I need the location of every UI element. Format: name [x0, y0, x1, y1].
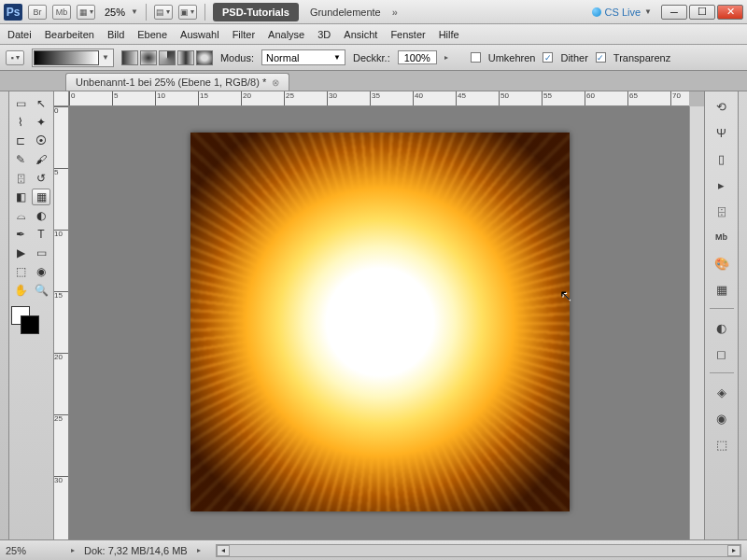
- status-flyout-icon[interactable]: ▸: [197, 546, 201, 554]
- menu-3d[interactable]: 3D: [317, 29, 331, 40]
- gradient-angle-button[interactable]: [159, 50, 176, 65]
- actions-panel-icon[interactable]: ▸: [712, 175, 732, 194]
- ruler-origin[interactable]: [54, 91, 69, 106]
- window-maximize-button[interactable]: ☐: [689, 5, 715, 20]
- color-panel-icon[interactable]: 🎨: [712, 254, 732, 273]
- canvas-area: 0510152025303540455055606570 05101520253…: [54, 91, 704, 539]
- gradient-radial-button[interactable]: [140, 50, 157, 65]
- dodge-tool[interactable]: ◐: [32, 207, 50, 224]
- channels-panel-icon[interactable]: ◉: [712, 409, 732, 427]
- arrange-docs-dropdown[interactable]: ▤: [154, 5, 173, 20]
- 3d-object-tool[interactable]: ⬚: [11, 263, 30, 280]
- blur-tool[interactable]: ⌓: [11, 207, 30, 224]
- background-color[interactable]: [21, 315, 39, 334]
- cs-live-button[interactable]: CS Live ▼: [592, 7, 652, 18]
- path-select-tool[interactable]: ▶: [11, 245, 30, 261]
- document-tab[interactable]: Unbenannt-1 bei 25% (Ebene 1, RGB/8) * ⊗: [65, 73, 289, 91]
- cs-live-icon: [592, 7, 601, 17]
- gradient-linear-button[interactable]: [121, 50, 138, 65]
- masks-panel-icon[interactable]: ◻: [712, 344, 732, 363]
- window-close-button[interactable]: ✕: [717, 5, 743, 20]
- chevron-down-icon[interactable]: ▼: [99, 53, 112, 62]
- move-tool[interactable]: ▭: [11, 95, 30, 112]
- left-dock-strip[interactable]: [0, 91, 9, 539]
- eraser-tool[interactable]: ◧: [11, 189, 30, 205]
- character-panel-icon[interactable]: Ψ: [712, 123, 732, 142]
- chevron-down-icon[interactable]: ▼: [131, 7, 138, 16]
- tool-preset-picker[interactable]: ▪: [6, 50, 24, 65]
- menu-bearbeiten[interactable]: Bearbeiten: [45, 29, 94, 40]
- layers-panel-icon[interactable]: ◈: [712, 383, 732, 401]
- clone-panel-icon[interactable]: ⌹: [712, 202, 732, 220]
- reverse-checkbox[interactable]: [471, 52, 481, 63]
- canvas-viewport[interactable]: ↖: [69, 106, 689, 539]
- wand-tool[interactable]: ✦: [32, 114, 50, 131]
- workspace-psd-tutorials-tab[interactable]: PSD-Tutorials: [213, 3, 299, 21]
- dither-label: Dither: [560, 52, 587, 63]
- scroll-right-button[interactable]: ▸: [727, 545, 740, 556]
- dither-checkbox[interactable]: ✓: [543, 52, 553, 63]
- status-doc-size[interactable]: Dok: 7,32 MB/14,6 MB: [84, 545, 188, 556]
- status-zoom[interactable]: 25%: [6, 545, 62, 556]
- menu-hilfe[interactable]: Hilfe: [439, 29, 459, 40]
- gradient-tool[interactable]: ▦: [32, 189, 50, 205]
- workspace-more-icon[interactable]: »: [392, 7, 398, 18]
- zoom-level[interactable]: 25%: [101, 6, 129, 19]
- blend-mode-value: Normal: [266, 52, 299, 63]
- transparency-checkbox[interactable]: ✓: [596, 52, 606, 63]
- opacity-label: Deckkr.:: [353, 52, 390, 63]
- close-icon[interactable]: ⊗: [272, 77, 279, 88]
- gradient-reflected-button[interactable]: [177, 50, 194, 65]
- scroll-left-button[interactable]: ◂: [217, 545, 230, 556]
- marquee-tool[interactable]: ↖: [32, 95, 50, 112]
- info-panel-icon[interactable]: ▯: [712, 149, 732, 168]
- menu-ebene[interactable]: Ebene: [137, 29, 167, 40]
- scrollbar-vertical[interactable]: [689, 106, 704, 539]
- adjustments-panel-icon[interactable]: ◐: [712, 318, 732, 337]
- document-canvas[interactable]: [190, 133, 570, 511]
- menu-auswahl[interactable]: Auswahl: [180, 29, 219, 40]
- history-panel-icon[interactable]: ⟲: [712, 97, 732, 116]
- stamp-tool[interactable]: ⌹: [11, 170, 30, 187]
- hand-tool[interactable]: ✋: [11, 282, 30, 299]
- paths-panel-icon[interactable]: ⬚: [712, 435, 732, 454]
- opacity-flyout-icon[interactable]: ▸: [444, 53, 448, 62]
- view-extras-dropdown[interactable]: ▦: [77, 5, 95, 20]
- minibridge-panel-icon[interactable]: Mb: [712, 228, 732, 246]
- pen-tool[interactable]: ✒: [11, 226, 30, 243]
- ruler-horizontal[interactable]: 0510152025303540455055606570: [69, 91, 689, 106]
- history-brush-tool[interactable]: ↺: [32, 170, 50, 187]
- patch-tool[interactable]: ✎: [11, 151, 30, 168]
- bridge-button[interactable]: Br: [28, 5, 47, 20]
- scrollbar-horizontal[interactable]: ◂ ▸: [216, 544, 741, 557]
- right-dock-strip[interactable]: [738, 91, 747, 539]
- opacity-input[interactable]: 100%: [398, 50, 437, 64]
- mode-label: Modus:: [220, 52, 254, 63]
- workspace-grundelemente-tab[interactable]: Grundelemente: [304, 3, 387, 21]
- menu-datei[interactable]: Datei: [7, 29, 32, 40]
- lasso-tool[interactable]: ⌇: [11, 114, 30, 131]
- shape-tool[interactable]: ▭: [32, 245, 50, 261]
- 3d-camera-tool[interactable]: ◉: [32, 263, 50, 280]
- ruler-vertical[interactable]: 051015202530: [54, 106, 69, 539]
- brush-tool[interactable]: 🖌: [32, 151, 50, 168]
- menu-ansicht[interactable]: Ansicht: [344, 29, 377, 40]
- status-flyout-icon[interactable]: ▸: [71, 546, 75, 554]
- gradient-diamond-button[interactable]: [196, 50, 213, 65]
- blend-mode-select[interactable]: Normal ▼: [261, 49, 345, 65]
- window-minimize-button[interactable]: ─: [661, 5, 687, 20]
- eyedropper-tool[interactable]: ⦿: [32, 133, 50, 149]
- swatches-panel-icon[interactable]: ▦: [712, 280, 732, 299]
- menu-bild[interactable]: Bild: [107, 29, 124, 40]
- crop-tool[interactable]: ⊏: [11, 133, 30, 149]
- color-swatches[interactable]: [11, 306, 41, 334]
- menu-analyse[interactable]: Analyse: [268, 29, 304, 40]
- screen-mode-dropdown[interactable]: ▣: [178, 5, 197, 20]
- menu-filter[interactable]: Filter: [233, 29, 255, 40]
- zoom-tool[interactable]: 🔍: [32, 282, 50, 299]
- options-bar: ▪ ▼ Modus: Normal ▼ Deckkr.: 100% ▸ Umke…: [0, 45, 747, 71]
- menu-fenster[interactable]: Fenster: [390, 29, 425, 40]
- minibridge-button[interactable]: Mb: [52, 5, 71, 20]
- gradient-preview[interactable]: [34, 50, 99, 65]
- type-tool[interactable]: T: [32, 226, 50, 243]
